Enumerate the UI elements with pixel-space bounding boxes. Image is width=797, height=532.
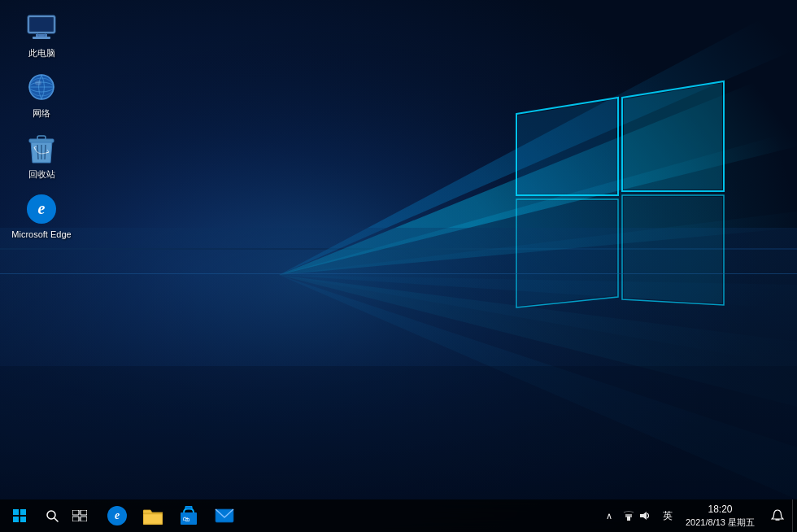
tray-volume-icon (638, 509, 651, 522)
desktop-icon-this-pc[interactable]: 此电脑 (12, 8, 71, 62)
notification-button[interactable] (763, 499, 792, 532)
recycle-bin-label: 回收站 (28, 168, 55, 180)
task-view-icon (72, 510, 87, 521)
desktop-icons-container: 此电脑 网络 (12, 8, 71, 243)
taskbar: e 🛍 (0, 499, 797, 532)
svg-point-31 (35, 81, 41, 85)
search-button[interactable] (41, 499, 63, 532)
svg-marker-51 (640, 512, 647, 520)
notification-icon (771, 509, 784, 522)
svg-line-34 (45, 145, 46, 159)
svg-rect-36 (37, 136, 46, 140)
tray-chevron-icon: ∧ (606, 511, 612, 521)
svg-rect-40 (81, 510, 87, 515)
network-icon (25, 72, 58, 104)
system-tray: ∧ (603, 499, 797, 532)
clock-date: 2021/8/13 星期五 (686, 517, 755, 528)
edge-icon: e (25, 193, 58, 225)
svg-rect-42 (81, 517, 87, 521)
svg-rect-46 (185, 506, 192, 509)
clock-time: 18:20 (708, 504, 732, 517)
svg-rect-44 (144, 515, 162, 523)
taskbar-store[interactable]: 🛍 (171, 499, 207, 532)
task-view-button[interactable] (63, 499, 96, 532)
tray-icons-area[interactable] (616, 499, 658, 532)
taskbar-store-icon: 🛍 (180, 506, 198, 525)
svg-marker-16 (624, 83, 722, 190)
taskbar-edge[interactable]: e (99, 499, 135, 532)
svg-rect-20 (0, 366, 797, 499)
taskbar-mail[interactable] (207, 499, 242, 532)
taskbar-explorer[interactable] (135, 499, 171, 532)
taskbar-edge-icon: e (107, 506, 127, 525)
desktop-icon-network[interactable]: 网络 (12, 68, 71, 122)
svg-line-38 (54, 518, 58, 521)
taskbar-explorer-icon (143, 507, 163, 525)
start-button[interactable] (0, 499, 39, 532)
pinned-apps-container: e 🛍 (99, 499, 242, 532)
edge-label: Microsoft Edge (11, 229, 71, 240)
svg-marker-15 (518, 99, 616, 194)
desktop-icon-recycle-bin[interactable]: 回收站 (12, 129, 71, 183)
svg-rect-41 (72, 517, 79, 521)
desktop-icon-edge[interactable]: e Microsoft Edge (12, 190, 71, 243)
tray-language[interactable]: 英 (658, 499, 677, 532)
this-pc-icon (25, 11, 58, 44)
search-icon (46, 509, 59, 522)
svg-text:🛍: 🛍 (183, 516, 189, 523)
svg-marker-17 (518, 201, 616, 306)
this-pc-label: 此电脑 (28, 47, 55, 59)
tray-network-icon (622, 509, 635, 522)
desktop: 此电脑 网络 (0, 0, 797, 532)
svg-rect-24 (33, 37, 50, 39)
clock-area[interactable]: 18:20 2021/8/13 星期五 (677, 499, 763, 532)
taskbar-mail-icon (215, 508, 234, 523)
windows-logo-icon (13, 509, 26, 522)
svg-rect-50 (625, 514, 632, 517)
svg-rect-25 (30, 18, 53, 31)
svg-rect-39 (72, 510, 79, 515)
show-desktop-button[interactable] (792, 499, 797, 532)
svg-marker-18 (624, 197, 722, 303)
recycle-bin-icon (25, 133, 58, 165)
svg-rect-23 (36, 34, 47, 37)
svg-rect-19 (0, 273, 797, 274)
tray-overflow-button[interactable]: ∧ (603, 499, 616, 532)
network-label: 网络 (33, 107, 50, 119)
